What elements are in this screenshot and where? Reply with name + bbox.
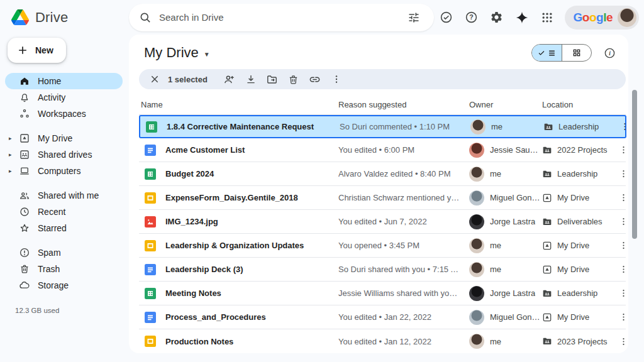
- search-input[interactable]: [159, 12, 394, 23]
- expand-chevron-icon[interactable]: ▸: [9, 168, 12, 174]
- sidebar-item-label: Home: [38, 76, 61, 86]
- file-name: Production Notes: [162, 337, 338, 346]
- table-row[interactable]: Meeting Notes Jessie Williams shared wit…: [139, 282, 626, 305]
- sidebar-item-home[interactable]: Home: [5, 73, 123, 89]
- recent-clock-icon: [19, 206, 30, 217]
- selected-count: 1 selected: [168, 75, 208, 84]
- owner-avatar: [469, 190, 484, 206]
- location-chip[interactable]: 2023 Projects: [542, 336, 614, 346]
- row-menu-button[interactable]: [614, 261, 628, 278]
- page-title-dropdown[interactable]: My Drive ▼: [144, 45, 210, 61]
- sidebar-item-trash[interactable]: Trash: [5, 261, 123, 277]
- row-menu-button[interactable]: [616, 118, 628, 136]
- location-chip[interactable]: Leadership: [543, 122, 616, 132]
- location-chip[interactable]: Leadership: [542, 169, 614, 179]
- link-icon[interactable]: [306, 70, 325, 89]
- profile-avatar[interactable]: [618, 8, 636, 27]
- expand-chevron-icon[interactable]: ▸: [9, 135, 12, 141]
- sidebar-group: ▸My Drive▸Shared drives▸Computers: [0, 130, 129, 179]
- search-bar[interactable]: [129, 4, 434, 31]
- scrollbar[interactable]: [632, 90, 637, 239]
- new-button[interactable]: New: [8, 38, 66, 63]
- trash-icon[interactable]: [284, 70, 303, 89]
- apps-grid-icon[interactable]: [535, 5, 560, 30]
- expand-chevron-icon[interactable]: ▸: [9, 151, 12, 158]
- reason-suggested: Alvaro Valdez edited • 8:40 PM: [338, 169, 469, 178]
- location-chip[interactable]: 2022 Projects: [542, 145, 614, 155]
- table-row[interactable]: Budget 2024 Alvaro Valdez edited • 8:40 …: [139, 162, 626, 186]
- table-row[interactable]: ExpenseForm_Daisy.Gentile_2018 Christian…: [139, 186, 626, 210]
- column-header-owner[interactable]: Owner: [469, 100, 542, 109]
- close-icon[interactable]: [145, 70, 164, 89]
- owner-name: me: [490, 337, 501, 346]
- sidebar-item-storage[interactable]: Storage: [5, 277, 123, 293]
- owner-cell: me: [470, 119, 543, 134]
- location-chip[interactable]: My Drive: [542, 193, 614, 203]
- reason-suggested: You edited • Jan 22, 2022: [338, 312, 469, 322]
- table-row[interactable]: Production Notes You edited • Jan 12, 20…: [139, 329, 626, 353]
- computers-icon: [19, 165, 30, 177]
- drive-brand[interactable]: Drive: [0, 9, 129, 26]
- column-header-name[interactable]: Name: [139, 100, 338, 109]
- list-view-button[interactable]: [532, 45, 562, 61]
- owner-cell: Miguel Gonza...: [469, 310, 542, 325]
- location-chip[interactable]: Leadership: [542, 288, 614, 299]
- location-chip[interactable]: My Drive: [542, 265, 614, 275]
- location-name: Leadership: [557, 288, 597, 298]
- google-account-pill[interactable]: Google: [565, 6, 639, 30]
- download-icon[interactable]: [242, 70, 260, 89]
- row-menu-button[interactable]: [614, 165, 628, 183]
- sidebar-item-shared-with-me[interactable]: Shared with me: [5, 187, 123, 204]
- share-person-add-icon[interactable]: [220, 70, 239, 89]
- column-header-reason[interactable]: Reason suggested: [338, 100, 469, 109]
- sidebar-item-spam[interactable]: Spam: [5, 244, 123, 261]
- table-row[interactable]: Leadership & Organization Updates You op…: [139, 234, 626, 258]
- row-menu-button[interactable]: [614, 332, 628, 350]
- sidebar-item-label: Shared with me: [38, 190, 99, 200]
- sidebar-item-computers[interactable]: ▸Computers: [5, 163, 123, 179]
- search-options-icon[interactable]: [401, 5, 426, 30]
- workspaces-icon: [19, 108, 30, 119]
- move-folder-icon[interactable]: [263, 70, 282, 89]
- file-name: Meeting Notes: [162, 288, 338, 298]
- more-options-icon[interactable]: [327, 70, 346, 89]
- owner-name: Jorge Lastra: [490, 217, 535, 226]
- location-chip[interactable]: Deliverables: [542, 217, 614, 227]
- gemini-sparkle-icon[interactable]: [509, 5, 535, 30]
- offline-status-icon[interactable]: [434, 5, 459, 30]
- sidebar-item-my-drive[interactable]: ▸My Drive: [5, 130, 123, 146]
- row-menu-button[interactable]: [614, 285, 628, 302]
- row-menu-button[interactable]: [614, 237, 628, 255]
- column-header-location[interactable]: Location: [542, 100, 614, 109]
- row-menu-button[interactable]: [614, 309, 628, 326]
- file-name: IMG_1234.jpg: [162, 217, 338, 226]
- file-name: ExpenseForm_Daisy.Gentile_2018: [162, 193, 338, 202]
- file-name: Process_and_Procedures: [162, 312, 338, 322]
- table-row[interactable]: 1.8.4 Corrective Maintenance Request So …: [139, 115, 626, 138]
- table-row[interactable]: IMG_1234.jpg You edited • Jun 7, 2022 Jo…: [139, 210, 626, 234]
- sidebar-item-activity[interactable]: Activity: [5, 89, 123, 106]
- location-chip[interactable]: My Drive: [542, 241, 614, 251]
- settings-icon[interactable]: [484, 5, 509, 30]
- chevron-down-icon: ▼: [204, 51, 210, 58]
- table-row[interactable]: Leadership Deck (3) So Duri shared with …: [139, 258, 626, 282]
- location-chip[interactable]: My Drive: [542, 312, 614, 322]
- table-row[interactable]: Acme Customer List You edited • 6:00 PM …: [139, 138, 626, 162]
- row-menu-button[interactable]: [614, 141, 628, 159]
- row-menu-button[interactable]: [614, 189, 628, 207]
- info-icon[interactable]: i: [599, 43, 619, 63]
- reason-suggested: So Duri commented • 1:10 PM: [340, 122, 470, 131]
- sidebar-item-shared-drives[interactable]: ▸Shared drives: [5, 146, 123, 163]
- help-icon[interactable]: ?: [459, 5, 484, 30]
- owner-cell: me: [469, 238, 542, 253]
- owner-cell: Jorge Lastra: [469, 286, 542, 301]
- sidebar-item-recent[interactable]: Recent: [5, 204, 123, 220]
- row-menu-button[interactable]: [614, 213, 628, 231]
- sidebar-item-workspaces[interactable]: Workspaces: [5, 106, 123, 122]
- sidebar: New HomeActivityWorkspaces▸My Drive▸Shar…: [0, 35, 129, 362]
- table-row[interactable]: Process_and_Procedures You edited • Jan …: [139, 305, 626, 329]
- grid-view-button[interactable]: [562, 45, 591, 61]
- sidebar-item-starred[interactable]: Starred: [5, 220, 123, 236]
- sidebar-item-label: My Drive: [38, 133, 72, 143]
- owner-avatar: [469, 310, 484, 325]
